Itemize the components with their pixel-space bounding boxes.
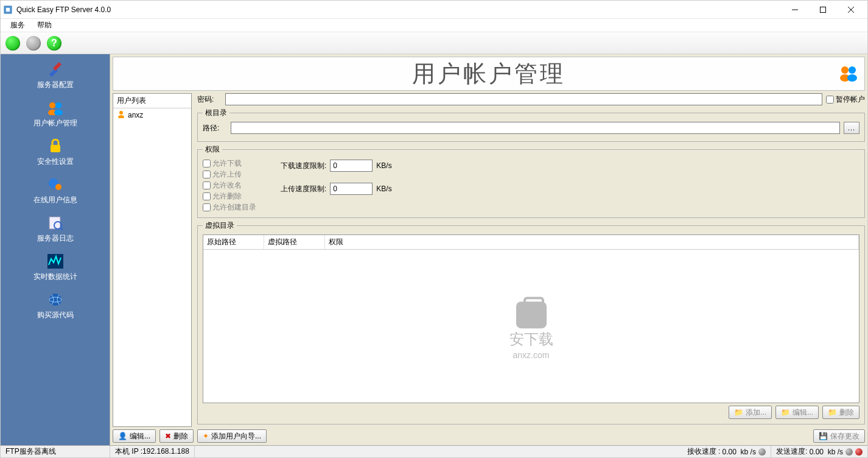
- tx-led-icon: [845, 448, 853, 456]
- password-input[interactable]: [225, 93, 822, 105]
- stop-server-button[interactable]: [25, 35, 42, 52]
- folder-add-icon: 📁: [734, 408, 743, 417]
- perm-mkdir-checkbox[interactable]: 允许创建目录: [203, 202, 256, 213]
- delete-user-button[interactable]: ✖删除: [159, 429, 194, 443]
- start-server-button[interactable]: [4, 35, 21, 52]
- save-icon: 💾: [819, 432, 828, 440]
- play-icon: [5, 36, 20, 51]
- menu-help[interactable]: 帮助: [31, 19, 58, 32]
- dl-speed-label: 下载速度限制:: [281, 161, 326, 171]
- svg-rect-3: [821, 7, 826, 12]
- perm-rename-checkbox[interactable]: 允许改名: [203, 180, 256, 191]
- folder-edit-icon: 📁: [781, 408, 790, 417]
- minimize-button[interactable]: [781, 1, 809, 19]
- delete-icon: ✖: [165, 432, 171, 440]
- save-changes-button[interactable]: 💾保存更改: [813, 429, 865, 443]
- perm-download-checkbox[interactable]: 允许下载: [203, 158, 256, 169]
- virtual-dir-table[interactable]: 原始路径 虚拟路径 权限 安下载 anxz.com: [203, 234, 859, 403]
- user-list: 用户列表 anxz: [113, 93, 192, 427]
- permissions-group: 权限 允许下载 允许上传 允许改名 允许删除 允许创建目录 下载速度限制:: [197, 144, 865, 218]
- path-label: 路径:: [203, 123, 227, 133]
- status-ip: 本机 IP :192.168.1.188: [110, 446, 195, 457]
- app-icon: [3, 5, 13, 15]
- speed-unit: KB/s: [376, 161, 391, 170]
- sidebar-label: 用户帐户管理: [33, 118, 77, 129]
- rx-led-icon: [758, 448, 766, 456]
- svg-point-20: [849, 66, 856, 74]
- svg-point-22: [847, 74, 857, 82]
- title-bar: Quick Easy FTP Server 4.0.0: [1, 1, 867, 19]
- browse-button[interactable]: ...: [844, 122, 859, 134]
- add-user-wizard-button[interactable]: ✦添加用户向导...: [197, 429, 267, 443]
- root-dir-legend: 根目录: [203, 108, 229, 118]
- user-edit-icon: 👤: [118, 432, 127, 440]
- users-icon: [839, 65, 858, 83]
- user-list-title: 用户列表: [113, 94, 191, 108]
- status-server: FTP服务器离线: [1, 446, 110, 457]
- perm-delete-checkbox[interactable]: 允许删除: [203, 191, 256, 202]
- virtual-dir-legend: 虚拟目录: [203, 220, 237, 231]
- lock-icon: [46, 138, 65, 154]
- svg-rect-1: [6, 8, 10, 12]
- users-icon: [46, 100, 65, 116]
- main-content: 用户帐户管理 用户列表 anxz 👤编辑... ✖删除: [110, 54, 867, 445]
- status-tx: 发送速度: 0.00 kb /s: [771, 446, 867, 457]
- status-rx: 接收速度 : 0.00 kb /s: [682, 446, 771, 457]
- status-bar: FTP服务器离线 本机 IP :192.168.1.188 接收速度 : 0.0…: [1, 445, 867, 457]
- sidebar: 服务器配置 用户帐户管理 安全性设置 在线用户信息 服务器日志 实时数据统计 购…: [1, 54, 110, 445]
- svg-line-15: [60, 228, 63, 230]
- edit-user-button[interactable]: 👤编辑...: [113, 429, 156, 443]
- status-led-icon: [855, 448, 863, 456]
- user-icon: [117, 110, 125, 120]
- svg-point-17: [49, 294, 61, 306]
- menu-service[interactable]: 服务: [4, 19, 31, 32]
- maximize-button[interactable]: [809, 1, 837, 19]
- sidebar-item-online-users[interactable]: 在线用户信息: [1, 174, 110, 209]
- window-title: Quick Easy FTP Server 4.0.0: [16, 5, 781, 14]
- svg-point-12: [55, 184, 61, 190]
- virtual-dir-group: 虚拟目录 原始路径 虚拟路径 权限 安下载 anxz.com: [197, 220, 865, 425]
- svg-point-6: [49, 102, 55, 108]
- toolbar: ?: [1, 32, 867, 54]
- help-icon: ?: [47, 36, 61, 51]
- close-button[interactable]: [837, 1, 865, 19]
- dl-speed-input[interactable]: [330, 160, 373, 172]
- vdir-delete-button[interactable]: 📁删除: [822, 406, 859, 419]
- svg-point-7: [55, 102, 61, 108]
- vdir-col-perm: 权限: [325, 235, 859, 249]
- sidebar-label: 服务器配置: [37, 80, 74, 90]
- log-icon: [46, 215, 65, 231]
- sidebar-item-security[interactable]: 安全性设置: [1, 136, 110, 171]
- tools-icon: [46, 62, 65, 77]
- sidebar-item-statistics[interactable]: 实时数据统计: [1, 251, 110, 286]
- menu-bar: 服务 帮助: [1, 19, 867, 32]
- vdir-add-button[interactable]: 📁添加...: [729, 406, 772, 419]
- help-button[interactable]: ?: [46, 35, 63, 52]
- panel-header: 用户帐户管理: [113, 57, 865, 91]
- pause-account-checkbox[interactable]: 暂停帐户: [826, 94, 865, 105]
- svg-rect-10: [51, 145, 60, 152]
- sidebar-label: 实时数据统计: [33, 272, 77, 282]
- globe-icon: [46, 292, 65, 308]
- svg-point-23: [119, 111, 123, 114]
- sidebar-item-server-config[interactable]: 服务器配置: [1, 59, 110, 94]
- sidebar-item-buy-source[interactable]: 购买源代码: [1, 289, 110, 324]
- sidebar-label: 购买源代码: [37, 310, 74, 320]
- speed-unit: KB/s: [376, 185, 391, 193]
- permissions-legend: 权限: [203, 144, 222, 155]
- vdir-edit-button[interactable]: 📁编辑...: [775, 406, 819, 419]
- perm-upload-checkbox[interactable]: 允许上传: [203, 169, 256, 180]
- path-input[interactable]: [231, 122, 840, 134]
- user-list-item[interactable]: anxz: [113, 108, 191, 121]
- vdir-col-original: 原始路径: [203, 235, 264, 249]
- vdir-col-virtual: 虚拟路径: [264, 235, 325, 249]
- password-label: 密码:: [197, 94, 222, 105]
- sidebar-item-user-accounts[interactable]: 用户帐户管理: [1, 97, 110, 132]
- sidebar-item-server-log[interactable]: 服务器日志: [1, 213, 110, 247]
- ul-speed-label: 上传速度限制:: [281, 184, 326, 194]
- user-name: anxz: [128, 111, 143, 119]
- ul-speed-input[interactable]: [330, 183, 373, 195]
- watermark: 安下载 anxz.com: [509, 301, 553, 360]
- svg-point-19: [841, 66, 849, 74]
- sidebar-label: 服务器日志: [37, 233, 74, 244]
